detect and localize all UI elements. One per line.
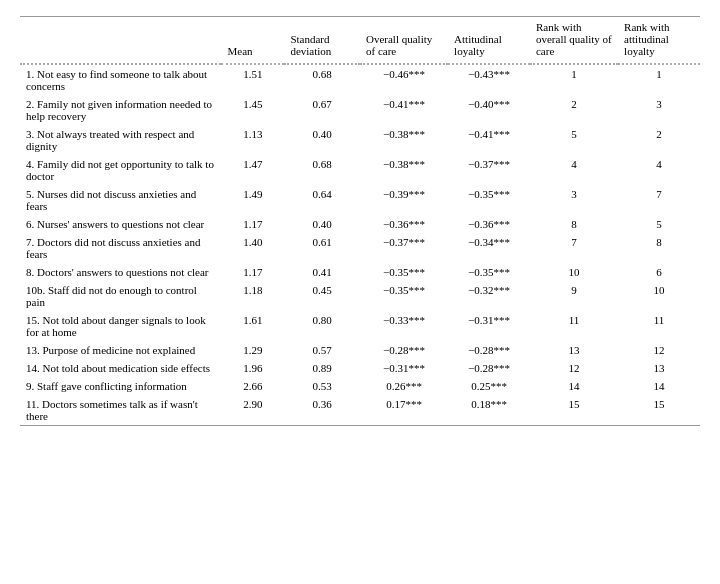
cell-roqc: 12 [530,359,618,377]
table-row: 13. Purpose of medicine not explained1.2… [20,341,700,359]
cell-ral: 5 [618,215,700,233]
cell-sd: 0.40 [284,215,360,233]
cell-sd: 0.61 [284,233,360,263]
cell-ral: 10 [618,281,700,311]
cell-roqc: 15 [530,395,618,426]
cell-al: −0.34*** [448,233,530,263]
cell-roqc: 14 [530,377,618,395]
cell-al: −0.32*** [448,281,530,311]
cell-sd: 0.68 [284,64,360,95]
cell-oqc: 0.17*** [360,395,448,426]
cell-oqc: −0.37*** [360,233,448,263]
cell-al: −0.37*** [448,155,530,185]
cell-ral: 12 [618,341,700,359]
cell-item: 7. Doctors did not discuss anxieties and… [20,233,221,263]
cell-mean: 1.17 [221,263,284,281]
cell-mean: 1.51 [221,64,284,95]
cell-roqc: 2 [530,95,618,125]
cell-al: −0.35*** [448,263,530,281]
cell-roqc: 7 [530,233,618,263]
cell-item: 1. Not easy to find someone to talk abou… [20,64,221,95]
header-item [20,17,221,65]
cell-oqc: −0.35*** [360,263,448,281]
header-sd: Standard deviation [284,17,360,65]
cell-oqc: −0.28*** [360,341,448,359]
cell-sd: 0.53 [284,377,360,395]
cell-sd: 0.57 [284,341,360,359]
cell-item: 9. Staff gave conflicting information [20,377,221,395]
header-al: Attitudinal loyalty [448,17,530,65]
cell-oqc: −0.46*** [360,64,448,95]
header-roqc: Rank with overall quality of care [530,17,618,65]
cell-al: −0.36*** [448,215,530,233]
cell-sd: 0.41 [284,263,360,281]
cell-ral: 6 [618,263,700,281]
header-oqc: Overall quality of care [360,17,448,65]
cell-item: 15. Not told about danger signals to loo… [20,311,221,341]
cell-ral: 11 [618,311,700,341]
cell-roqc: 1 [530,64,618,95]
cell-ral: 7 [618,185,700,215]
cell-ral: 2 [618,125,700,155]
cell-al: 0.18*** [448,395,530,426]
cell-item: 5. Nurses did not discuss anxieties and … [20,185,221,215]
cell-al: −0.40*** [448,95,530,125]
data-table: Mean Standard deviation Overall quality … [20,16,700,426]
cell-sd: 0.45 [284,281,360,311]
cell-mean: 1.45 [221,95,284,125]
cell-item: 13. Purpose of medicine not explained [20,341,221,359]
cell-ral: 15 [618,395,700,426]
cell-oqc: −0.38*** [360,125,448,155]
cell-roqc: 5 [530,125,618,155]
table-row: 15. Not told about danger signals to loo… [20,311,700,341]
table-row: 3. Not always treated with respect and d… [20,125,700,155]
cell-ral: 14 [618,377,700,395]
cell-mean: 1.61 [221,311,284,341]
cell-al: −0.28*** [448,341,530,359]
cell-item: 6. Nurses' answers to questions not clea… [20,215,221,233]
cell-oqc: −0.41*** [360,95,448,125]
cell-oqc: −0.31*** [360,359,448,377]
table-row: 5. Nurses did not discuss anxieties and … [20,185,700,215]
cell-oqc: 0.26*** [360,377,448,395]
cell-sd: 0.36 [284,395,360,426]
cell-mean: 1.18 [221,281,284,311]
cell-mean: 1.13 [221,125,284,155]
cell-al: −0.31*** [448,311,530,341]
cell-item: 14. Not told about medication side effec… [20,359,221,377]
cell-al: −0.43*** [448,64,530,95]
cell-item: 8. Doctors' answers to questions not cle… [20,263,221,281]
cell-oqc: −0.38*** [360,155,448,185]
table-row: 4. Family did not get opportunity to tal… [20,155,700,185]
cell-ral: 8 [618,233,700,263]
cell-item: 11. Doctors sometimes talk as if wasn't … [20,395,221,426]
table-row: 8. Doctors' answers to questions not cle… [20,263,700,281]
cell-roqc: 4 [530,155,618,185]
table-row: 7. Doctors did not discuss anxieties and… [20,233,700,263]
cell-sd: 0.67 [284,95,360,125]
table-row: 1. Not easy to find someone to talk abou… [20,64,700,95]
cell-oqc: −0.36*** [360,215,448,233]
cell-ral: 1 [618,64,700,95]
cell-ral: 3 [618,95,700,125]
cell-sd: 0.64 [284,185,360,215]
cell-sd: 0.68 [284,155,360,185]
cell-mean: 2.90 [221,395,284,426]
cell-al: −0.28*** [448,359,530,377]
cell-sd: 0.89 [284,359,360,377]
table-row: 11. Doctors sometimes talk as if wasn't … [20,395,700,426]
cell-ral: 4 [618,155,700,185]
cell-al: 0.25*** [448,377,530,395]
cell-mean: 1.49 [221,185,284,215]
table-row: 14. Not told about medication side effec… [20,359,700,377]
cell-mean: 1.29 [221,341,284,359]
cell-ral: 13 [618,359,700,377]
cell-roqc: 9 [530,281,618,311]
cell-mean: 1.17 [221,215,284,233]
cell-mean: 1.96 [221,359,284,377]
cell-al: −0.41*** [448,125,530,155]
cell-oqc: −0.35*** [360,281,448,311]
cell-mean: 1.40 [221,233,284,263]
cell-item: 2. Family not given information needed t… [20,95,221,125]
cell-item: 4. Family did not get opportunity to tal… [20,155,221,185]
